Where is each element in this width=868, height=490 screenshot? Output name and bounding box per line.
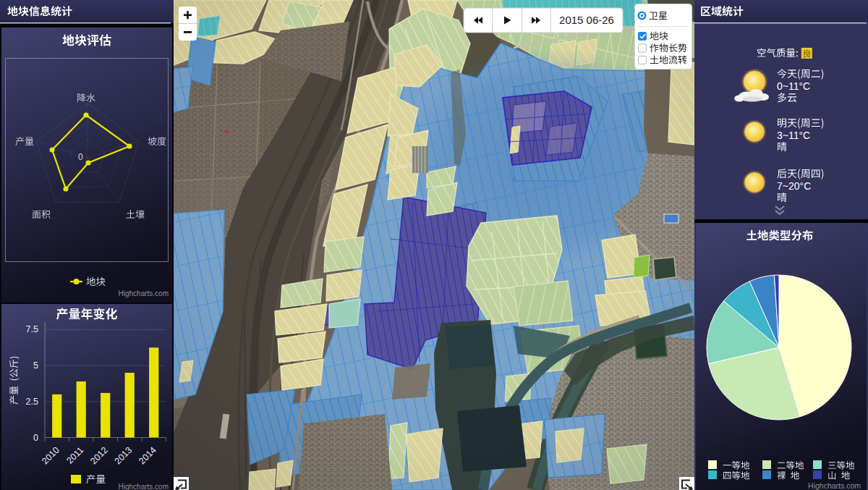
svg-text:7.5: 7.5: [26, 324, 38, 334]
svg-text:Highcharts.com: Highcharts.com: [808, 481, 861, 490]
svg-text:2.5: 2.5: [26, 397, 38, 407]
svg-text:0: 0: [33, 433, 38, 443]
svg-text:5: 5: [33, 360, 38, 371]
svg-text:2015 06-26: 2015 06-26: [559, 14, 614, 26]
svg-text:0: 0: [78, 152, 83, 162]
svg-text:Highcharts.com: Highcharts.com: [119, 483, 169, 490]
svg-text:7~20°C: 7~20°C: [777, 180, 811, 192]
svg-text:0~11°C: 0~11°C: [777, 80, 810, 92]
svg-text:Highcharts.com: Highcharts.com: [119, 290, 169, 297]
svg-text:3~11°C: 3~11°C: [777, 130, 810, 141]
